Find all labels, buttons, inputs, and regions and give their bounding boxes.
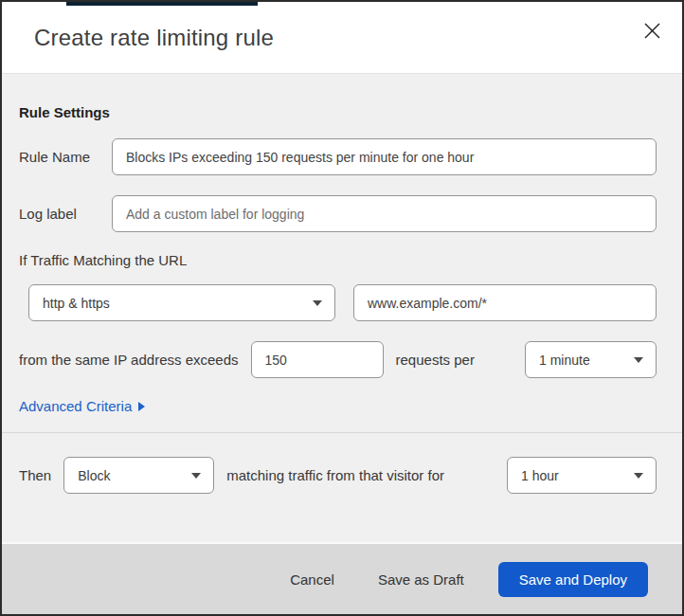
chevron-down-icon <box>191 473 201 479</box>
section-divider <box>2 432 682 433</box>
period-select[interactable]: 1 minute <box>525 341 657 378</box>
then-label: Then <box>19 467 51 483</box>
rule-name-label: Rule Name <box>19 149 112 165</box>
chevron-down-icon <box>634 357 643 363</box>
threshold-row: from the same IP address exceeds request… <box>19 341 657 378</box>
period-select-value: 1 minute <box>539 353 590 368</box>
section-heading: Rule Settings <box>19 104 657 120</box>
advanced-criteria-label: Advanced Criteria <box>19 398 132 414</box>
rule-name-row: Rule Name <box>19 138 657 175</box>
then-action-row: Then Block matching traffic from that vi… <box>19 457 657 494</box>
threshold-prefix-text: from the same IP address exceeds <box>19 352 239 368</box>
advanced-criteria-link[interactable]: Advanced Criteria <box>19 398 145 414</box>
scheme-select[interactable]: http & https <box>28 284 335 321</box>
close-icon <box>644 23 660 39</box>
background-page-strip <box>66 2 258 6</box>
dialog-body: Rule Settings Rule Name Log label If Tra… <box>2 74 682 542</box>
then-middle-text: matching traffic from that visitor for <box>226 467 444 483</box>
action-select[interactable]: Block <box>63 457 214 494</box>
close-button[interactable] <box>639 18 665 45</box>
traffic-matching-heading: If Traffic Matching the URL <box>19 252 657 268</box>
cancel-button[interactable]: Cancel <box>275 562 350 597</box>
chevron-right-icon <box>138 402 145 411</box>
chevron-down-icon <box>313 300 322 306</box>
duration-select[interactable]: 1 hour <box>507 457 657 494</box>
threshold-middle-text: requests per <box>396 352 475 368</box>
scheme-select-value: http & https <box>43 296 110 311</box>
duration-select-value: 1 hour <box>521 468 559 483</box>
dialog-title: Create rate limiting rule <box>34 25 274 51</box>
log-label-row: Log label <box>19 195 657 232</box>
url-input[interactable] <box>353 284 657 321</box>
log-label-label: Log label <box>19 206 112 222</box>
log-label-input[interactable] <box>112 195 657 232</box>
chevron-down-icon <box>634 473 643 479</box>
rule-name-input[interactable] <box>112 138 657 175</box>
create-rate-limiting-rule-dialog: Create rate limiting rule Rule Settings … <box>0 0 684 616</box>
dialog-footer: Cancel Save as Draft Save and Deploy <box>2 542 682 614</box>
action-select-value: Block <box>78 468 110 483</box>
dialog-header: Create rate limiting rule <box>2 2 682 74</box>
request-threshold-input[interactable] <box>251 341 384 378</box>
url-match-row: http & https <box>28 284 657 321</box>
save-as-draft-button[interactable]: Save as Draft <box>363 562 479 597</box>
save-and-deploy-button[interactable]: Save and Deploy <box>498 562 648 597</box>
